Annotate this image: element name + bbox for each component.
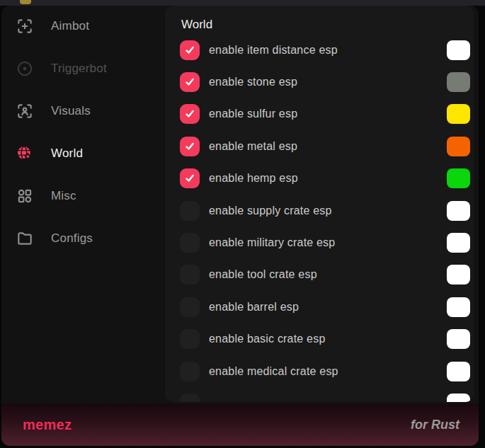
esp-color-swatch[interactable] bbox=[447, 394, 470, 402]
sidebar-item-label: Aimbot bbox=[51, 19, 89, 33]
sidebar-item-world[interactable]: World bbox=[1, 139, 165, 168]
esp-color-swatch[interactable] bbox=[447, 233, 470, 253]
esp-color-swatch[interactable] bbox=[447, 104, 470, 124]
esp-options-list: enable item distance esp enable stone es… bbox=[165, 34, 474, 402]
sidebar-item-triggerbot[interactable]: Triggerbot bbox=[1, 54, 165, 83]
folder-icon bbox=[16, 229, 34, 248]
esp-checkbox[interactable] bbox=[180, 265, 200, 285]
esp-color-swatch[interactable] bbox=[447, 329, 470, 349]
sidebar: Aimbot Triggerbot Visuals World Misc bbox=[1, 6, 165, 402]
footer-bar: memez for Rust bbox=[1, 403, 479, 446]
esp-color-swatch[interactable] bbox=[447, 40, 470, 60]
esp-checkbox[interactable] bbox=[180, 137, 200, 156]
esp-checkbox[interactable] bbox=[180, 168, 200, 188]
esp-option-row: enable supply crate esp bbox=[165, 195, 474, 226]
esp-checkbox[interactable] bbox=[180, 104, 200, 124]
esp-option-label: enable item distance esp bbox=[209, 44, 338, 57]
esp-checkbox[interactable] bbox=[180, 40, 200, 60]
circle-dot-icon bbox=[16, 59, 34, 78]
esp-option-label: enable barrel esp bbox=[209, 301, 299, 314]
esp-color-swatch[interactable] bbox=[447, 297, 470, 317]
esp-color-swatch[interactable] bbox=[447, 168, 470, 188]
sidebar-item-misc[interactable]: Misc bbox=[1, 182, 165, 210]
user-scan-icon bbox=[16, 102, 34, 120]
esp-option-label: enable metal esp bbox=[209, 140, 297, 153]
brand-name: memez bbox=[23, 417, 72, 433]
esp-checkbox[interactable] bbox=[180, 297, 200, 317]
esp-option-row: enable tool crate esp bbox=[165, 259, 474, 291]
esp-option-row: enable medical crate esp bbox=[165, 355, 474, 387]
esp-option-row: enable item distance esp bbox=[165, 34, 474, 66]
esp-option-row: enable military crate esp bbox=[165, 226, 474, 258]
sidebar-item-aimbot[interactable]: Aimbot bbox=[1, 12, 165, 40]
cheat-menu-window: Aimbot Triggerbot Visuals World Misc bbox=[1, 6, 479, 446]
esp-checkbox[interactable] bbox=[180, 329, 200, 349]
background-artifact bbox=[20, 0, 31, 4]
esp-checkbox[interactable] bbox=[180, 362, 200, 381]
esp-color-swatch[interactable] bbox=[447, 137, 470, 156]
sidebar-item-label: Triggerbot bbox=[51, 62, 107, 76]
sidebar-item-configs[interactable]: Configs bbox=[1, 224, 165, 253]
esp-option-row: enable hemp esp bbox=[165, 163, 474, 195]
esp-option-label: enable basic crate esp bbox=[209, 333, 326, 345]
globe-star-icon bbox=[16, 144, 34, 163]
panel-title: World bbox=[165, 6, 474, 33]
esp-option-row: enable sulfur esp bbox=[165, 98, 474, 130]
esp-option-label: enable supply crate esp bbox=[209, 205, 332, 217]
background-strip bbox=[0, 0, 485, 6]
sidebar-item-label: Configs bbox=[51, 231, 93, 246]
esp-option-label: enable stone esp bbox=[209, 76, 297, 88]
esp-color-swatch[interactable] bbox=[447, 72, 470, 92]
screen: Aimbot Triggerbot Visuals World Misc bbox=[0, 0, 485, 448]
sidebar-item-visuals[interactable]: Visuals bbox=[1, 97, 165, 125]
sidebar-item-label: Visuals bbox=[51, 104, 91, 118]
scan-plus-icon bbox=[16, 17, 34, 35]
grid-misc-icon bbox=[16, 187, 34, 205]
esp-option-row: enable basic crate esp bbox=[165, 323, 474, 355]
brand-tagline: for Rust bbox=[411, 418, 460, 432]
esp-option-label: enable military crate esp bbox=[209, 236, 335, 249]
esp-option-label: enable sulfur esp bbox=[209, 108, 297, 120]
esp-color-swatch[interactable] bbox=[447, 201, 470, 221]
esp-option-row: enable metal esp bbox=[165, 130, 474, 162]
esp-checkbox[interactable] bbox=[180, 394, 200, 402]
world-panel: World enable item distance esp enable st… bbox=[165, 6, 474, 402]
sidebar-item-label: World bbox=[51, 147, 83, 161]
esp-option-row bbox=[165, 387, 474, 402]
esp-checkbox[interactable] bbox=[180, 72, 200, 92]
esp-color-swatch[interactable] bbox=[447, 265, 470, 285]
sidebar-item-label: Misc bbox=[51, 189, 76, 203]
esp-option-row: enable stone esp bbox=[165, 66, 474, 98]
esp-option-label: enable tool crate esp bbox=[209, 268, 317, 281]
esp-option-label: enable hemp esp bbox=[209, 172, 298, 185]
esp-checkbox[interactable] bbox=[180, 201, 200, 221]
esp-option-label: enable medical crate esp bbox=[209, 365, 338, 378]
esp-option-row: enable barrel esp bbox=[165, 291, 474, 323]
esp-color-swatch[interactable] bbox=[447, 362, 470, 381]
esp-checkbox[interactable] bbox=[180, 233, 200, 253]
